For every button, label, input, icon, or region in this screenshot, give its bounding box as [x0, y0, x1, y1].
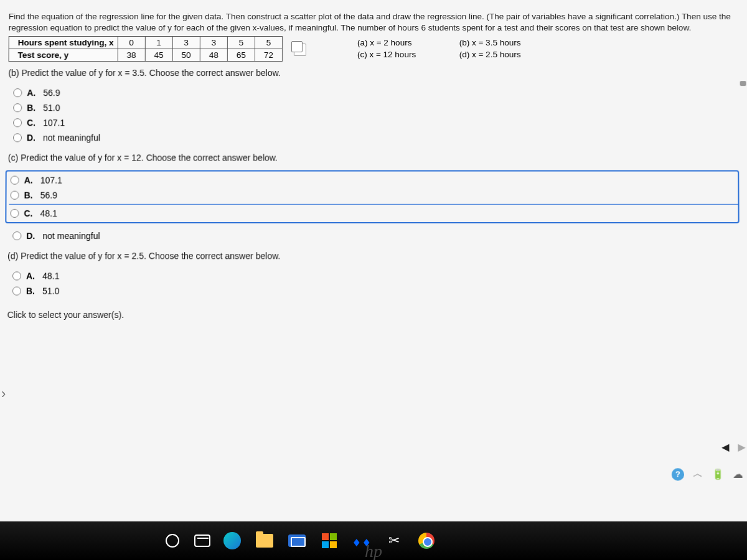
option-d-a[interactable]: A. 48.1: [11, 269, 740, 284]
question-c: (c) Predict the value of y for x = 12. C…: [8, 153, 739, 163]
option-d-b[interactable]: B. 51.0: [11, 284, 740, 299]
task-view-icon[interactable]: [194, 534, 210, 547]
option-b-d[interactable]: D. not meaningful: [12, 131, 739, 146]
option-b-b[interactable]: B. 51.0: [12, 101, 739, 116]
option-c-a[interactable]: A. 107.1: [9, 173, 738, 188]
help-icon[interactable]: ?: [672, 468, 684, 480]
chrome-browser-icon[interactable]: [416, 530, 437, 551]
radio-c-d[interactable]: [12, 231, 21, 240]
cloud-icon[interactable]: ☁: [733, 468, 743, 480]
snip-tool-icon[interactable]: ✂: [383, 530, 405, 551]
question-panel: Find the equation of the regression line…: [0, 0, 747, 525]
radio-c-c[interactable]: [10, 209, 19, 218]
hp-logo: hp: [365, 541, 382, 560]
start-button[interactable]: [162, 530, 183, 551]
row-label-x: Hours spent studying, x: [9, 37, 118, 49]
options-c-rest: D. not meaningful: [7, 228, 740, 243]
option-b-c[interactable]: C. 107.1: [12, 116, 739, 131]
option-c-b[interactable]: B. 56.9: [9, 188, 738, 203]
radio-c-a[interactable]: [11, 176, 19, 185]
browser-nav-arrow[interactable]: ›: [1, 386, 6, 402]
file-explorer-icon[interactable]: [254, 530, 275, 551]
question-d: (d) Predict the value of y for x = 2.5. …: [7, 251, 740, 261]
options-d: A. 48.1 B. 51.0: [7, 269, 740, 299]
option-c-c[interactable]: C. 48.1: [9, 204, 738, 221]
radio-d-a[interactable]: [12, 272, 21, 281]
radio-b-b[interactable]: [13, 104, 22, 113]
data-and-conditions: Hours spent studying, x 0 1 3 3 5 5 Test…: [9, 36, 739, 62]
radio-d-b[interactable]: [12, 287, 21, 296]
edge-browser-icon[interactable]: [222, 530, 243, 551]
page-nav: ◀ ▶: [719, 439, 747, 455]
row-label-y: Test score, y: [9, 49, 118, 62]
x-value-conditions: (a) x = 2 hours (b) x = 3.5 hours (c) x …: [357, 37, 559, 61]
chevron-up-icon[interactable]: ︿: [693, 467, 703, 480]
next-page-icon[interactable]: ▶: [735, 439, 747, 455]
battery-icon[interactable]: 🔋: [712, 468, 724, 480]
radio-b-a[interactable]: [13, 89, 22, 98]
radio-b-c[interactable]: [13, 119, 22, 128]
footer-instruction: Click to select your answer(s).: [7, 310, 740, 320]
options-b: A. 56.9 B. 51.0 C. 107.1 D. not meaningf…: [8, 86, 739, 146]
option-c-d[interactable]: D. not meaningful: [11, 228, 740, 243]
prev-page-icon[interactable]: ◀: [719, 439, 731, 455]
mail-app-icon[interactable]: [286, 530, 308, 551]
system-tray: ? ︿ 🔋 ☁: [672, 467, 743, 480]
radio-c-b[interactable]: [11, 191, 19, 200]
scrollbar-thumb[interactable]: [740, 81, 746, 86]
data-table: Hours spent studying, x 0 1 3 3 5 5 Test…: [9, 36, 283, 62]
problem-intro: Find the equation of the regression line…: [9, 11, 739, 34]
question-b: (b) Predict the value of y for x = 3.5. …: [8, 68, 738, 78]
options-c-highlighted: A. 107.1 B. 56.9 C. 48.1: [5, 170, 739, 223]
radio-b-d[interactable]: [13, 134, 22, 142]
microsoft-store-icon[interactable]: [319, 530, 340, 551]
copy-table-icon[interactable]: [291, 41, 303, 52]
option-b-a[interactable]: A. 56.9: [12, 86, 738, 101]
